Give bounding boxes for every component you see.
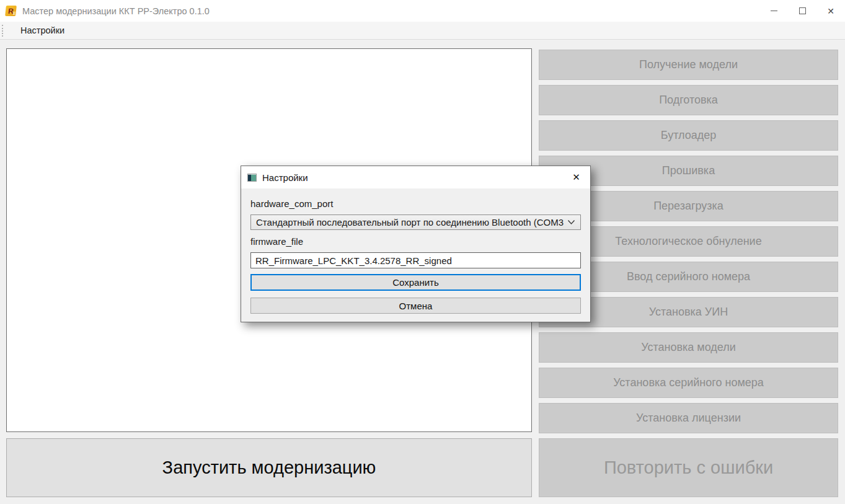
dialog-close-button[interactable]: ✕ bbox=[562, 166, 590, 188]
dialog-titlebar: Настройки ✕ bbox=[241, 166, 590, 188]
maximize-button[interactable] bbox=[788, 0, 816, 22]
step-button-set-license[interactable]: Установка лицензии bbox=[539, 403, 838, 433]
chevron-down-icon bbox=[567, 219, 575, 225]
com-port-select[interactable]: Стандартный последовательный порт по сое… bbox=[250, 214, 581, 230]
minimize-button[interactable] bbox=[759, 0, 788, 22]
close-button[interactable]: ✕ bbox=[816, 0, 845, 22]
dialog-close-icon: ✕ bbox=[572, 172, 580, 183]
window-title: Мастер модернизации ККТ РР-Электро 0.1.0 bbox=[22, 6, 210, 16]
app-window: R E Мастер модернизации ККТ РР-Электро 0… bbox=[0, 0, 845, 504]
menubar: Настройки bbox=[0, 22, 845, 40]
close-icon: ✕ bbox=[827, 7, 834, 15]
step-button-get-model[interactable]: Получение модели bbox=[539, 50, 838, 80]
dialog-window-icon bbox=[247, 174, 257, 182]
app-icon-sub-letter: E bbox=[13, 11, 16, 15]
settings-dialog: Настройки ✕ hardware_com_port Стандартны… bbox=[241, 166, 591, 322]
firmware-file-input[interactable] bbox=[250, 252, 581, 268]
menu-settings[interactable]: Настройки bbox=[15, 22, 70, 39]
retry-from-error-button[interactable]: Повторить с ошибки bbox=[539, 438, 838, 497]
titlebar: R E Мастер модернизации ККТ РР-Электро 0… bbox=[0, 0, 845, 22]
toolbar-drag-handle[interactable] bbox=[2, 25, 3, 37]
window-controls: ✕ bbox=[759, 0, 845, 22]
step-button-set-serial[interactable]: Установка серийного номера bbox=[539, 368, 838, 398]
dialog-title: Настройки bbox=[262, 172, 308, 183]
step-button-preparation[interactable]: Подготовка bbox=[539, 85, 838, 115]
start-modernization-button[interactable]: Запустить модернизацию bbox=[6, 438, 532, 497]
minimize-icon bbox=[771, 11, 777, 11]
com-port-label: hardware_com_port bbox=[250, 198, 333, 209]
app-icon: R E bbox=[5, 6, 17, 16]
step-button-bootloader[interactable]: Бутлоадер bbox=[539, 120, 838, 151]
cancel-button[interactable]: Отмена bbox=[250, 298, 581, 314]
save-button[interactable]: Сохранить bbox=[250, 274, 581, 291]
step-button-set-model[interactable]: Установка модели bbox=[539, 332, 838, 363]
maximize-icon bbox=[799, 7, 806, 14]
com-port-selected-value: Стандартный последовательный порт по сое… bbox=[256, 217, 564, 228]
firmware-file-label: firmware_file bbox=[250, 236, 303, 247]
